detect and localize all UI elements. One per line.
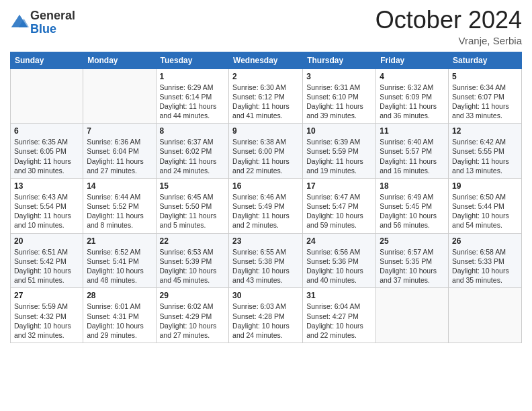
day-number: 7 [87,126,152,136]
day-cell [449,288,522,343]
day-cell [11,68,83,124]
day-cell: 20Sunrise: 6:51 AM Sunset: 5:42 PM Dayli… [11,233,83,288]
day-cell: 17Sunrise: 6:47 AM Sunset: 5:47 PM Dayli… [303,178,376,233]
day-cell: 4Sunrise: 6:32 AM Sunset: 6:09 PM Daylig… [376,68,449,124]
logo-blue-text: Blue [30,23,75,36]
day-info: Sunrise: 6:58 AM Sunset: 5:33 PM Dayligh… [452,247,518,285]
day-number: 11 [380,126,445,136]
day-info: Sunrise: 6:50 AM Sunset: 5:44 PM Dayligh… [452,192,518,230]
day-info: Sunrise: 6:37 AM Sunset: 6:02 PM Dayligh… [160,137,226,175]
day-info: Sunrise: 6:03 AM Sunset: 4:28 PM Dayligh… [232,302,299,340]
day-number: 14 [87,181,152,191]
day-cell: 11Sunrise: 6:40 AM Sunset: 5:57 PM Dayli… [376,124,449,179]
day-info: Sunrise: 6:55 AM Sunset: 5:38 PM Dayligh… [232,247,299,285]
day-cell: 9Sunrise: 6:38 AM Sunset: 6:00 PM Daylig… [229,124,303,179]
day-info: Sunrise: 6:30 AM Sunset: 6:12 PM Dayligh… [232,83,299,121]
day-number: 8 [160,126,226,136]
day-info: Sunrise: 6:34 AM Sunset: 6:07 PM Dayligh… [452,83,518,121]
day-header-sunday: Sunday [11,52,83,68]
day-cell: 7Sunrise: 6:36 AM Sunset: 6:04 PM Daylig… [83,124,156,179]
day-info: Sunrise: 6:51 AM Sunset: 5:42 PM Dayligh… [14,247,79,285]
day-number: 26 [452,236,518,246]
day-header-thursday: Thursday [303,52,376,68]
day-number: 6 [14,126,79,136]
day-info: Sunrise: 6:47 AM Sunset: 5:47 PM Dayligh… [306,192,372,230]
day-number: 18 [380,181,445,191]
day-info: Sunrise: 6:40 AM Sunset: 5:57 PM Dayligh… [380,137,445,175]
day-cell: 25Sunrise: 6:57 AM Sunset: 5:35 PM Dayli… [376,233,449,288]
day-info: Sunrise: 6:56 AM Sunset: 5:36 PM Dayligh… [306,247,372,285]
day-header-friday: Friday [376,52,449,68]
day-number: 10 [306,126,372,136]
day-info: Sunrise: 6:57 AM Sunset: 5:35 PM Dayligh… [380,247,445,285]
logo: General Blue [10,7,75,36]
day-cell: 18Sunrise: 6:49 AM Sunset: 5:45 PM Dayli… [376,178,449,233]
day-number: 9 [232,126,299,136]
day-info: Sunrise: 6:52 AM Sunset: 5:41 PM Dayligh… [87,247,152,285]
logo-text: General Blue [30,9,75,36]
day-info: Sunrise: 6:36 AM Sunset: 6:04 PM Dayligh… [87,137,152,175]
day-header-tuesday: Tuesday [156,52,229,68]
day-info: Sunrise: 6:31 AM Sunset: 6:10 PM Dayligh… [306,83,372,121]
day-cell: 27Sunrise: 5:59 AM Sunset: 4:32 PM Dayli… [11,288,83,343]
day-cell: 1Sunrise: 6:29 AM Sunset: 6:14 PM Daylig… [156,68,229,124]
day-cell: 10Sunrise: 6:39 AM Sunset: 5:59 PM Dayli… [303,124,376,179]
day-cell: 5Sunrise: 6:34 AM Sunset: 6:07 PM Daylig… [449,68,522,124]
day-header-monday: Monday [83,52,156,68]
day-info: Sunrise: 6:49 AM Sunset: 5:45 PM Dayligh… [380,192,445,230]
day-number: 29 [160,291,226,300]
day-info: Sunrise: 5:59 AM Sunset: 4:32 PM Dayligh… [14,302,79,340]
week-row-2: 6Sunrise: 6:35 AM Sunset: 6:05 PM Daylig… [11,124,522,179]
day-number: 25 [380,236,445,246]
calendar-table: SundayMondayTuesdayWednesdayThursdayFrid… [10,52,522,343]
day-cell [376,288,449,343]
day-cell: 22Sunrise: 6:53 AM Sunset: 5:39 PM Dayli… [156,233,229,288]
day-cell: 8Sunrise: 6:37 AM Sunset: 6:02 PM Daylig… [156,124,229,179]
day-number: 31 [306,291,372,300]
day-cell: 15Sunrise: 6:45 AM Sunset: 5:50 PM Dayli… [156,178,229,233]
day-header-saturday: Saturday [449,52,522,68]
day-info: Sunrise: 6:29 AM Sunset: 6:14 PM Dayligh… [160,83,226,121]
day-number: 5 [452,72,518,81]
day-cell: 16Sunrise: 6:46 AM Sunset: 5:49 PM Dayli… [229,178,303,233]
day-number: 16 [232,181,299,191]
day-info: Sunrise: 6:42 AM Sunset: 5:55 PM Dayligh… [452,137,518,175]
day-cell: 23Sunrise: 6:55 AM Sunset: 5:38 PM Dayli… [229,233,303,288]
day-cell: 14Sunrise: 6:44 AM Sunset: 5:52 PM Dayli… [83,178,156,233]
day-number: 28 [87,291,152,300]
day-info: Sunrise: 6:46 AM Sunset: 5:49 PM Dayligh… [232,192,299,230]
day-info: Sunrise: 6:32 AM Sunset: 6:09 PM Dayligh… [380,83,445,121]
day-info: Sunrise: 6:02 AM Sunset: 4:29 PM Dayligh… [160,302,226,340]
day-number: 3 [306,72,372,81]
week-row-5: 27Sunrise: 5:59 AM Sunset: 4:32 PM Dayli… [11,288,522,343]
title-block: October 2024 Vranje, Serbia [375,7,522,46]
day-cell [83,68,156,124]
day-number: 30 [232,291,299,300]
day-cell: 21Sunrise: 6:52 AM Sunset: 5:41 PM Dayli… [83,233,156,288]
day-cell: 19Sunrise: 6:50 AM Sunset: 5:44 PM Dayli… [449,178,522,233]
location: Vranje, Serbia [375,35,522,46]
day-number: 27 [14,291,79,300]
day-cell: 29Sunrise: 6:02 AM Sunset: 4:29 PM Dayli… [156,288,229,343]
day-number: 20 [14,236,79,246]
week-row-4: 20Sunrise: 6:51 AM Sunset: 5:42 PM Dayli… [11,233,522,288]
day-number: 21 [87,236,152,246]
month-title: October 2024 [375,7,522,34]
day-number: 23 [232,236,299,246]
day-number: 2 [232,72,299,81]
day-info: Sunrise: 6:38 AM Sunset: 6:00 PM Dayligh… [232,137,299,175]
day-info: Sunrise: 6:53 AM Sunset: 5:39 PM Dayligh… [160,247,226,285]
day-info: Sunrise: 6:04 AM Sunset: 4:27 PM Dayligh… [306,302,372,340]
week-row-1: 1Sunrise: 6:29 AM Sunset: 6:14 PM Daylig… [11,68,522,124]
day-cell: 6Sunrise: 6:35 AM Sunset: 6:05 PM Daylig… [11,124,83,179]
day-header-wednesday: Wednesday [229,52,303,68]
day-number: 12 [452,126,518,136]
day-number: 22 [160,236,226,246]
day-number: 24 [306,236,372,246]
week-row-3: 13Sunrise: 6:43 AM Sunset: 5:54 PM Dayli… [11,178,522,233]
day-cell: 30Sunrise: 6:03 AM Sunset: 4:28 PM Dayli… [229,288,303,343]
day-info: Sunrise: 6:01 AM Sunset: 4:31 PM Dayligh… [87,302,152,340]
day-number: 19 [452,181,518,191]
day-info: Sunrise: 6:39 AM Sunset: 5:59 PM Dayligh… [306,137,372,175]
day-cell: 28Sunrise: 6:01 AM Sunset: 4:31 PM Dayli… [83,288,156,343]
